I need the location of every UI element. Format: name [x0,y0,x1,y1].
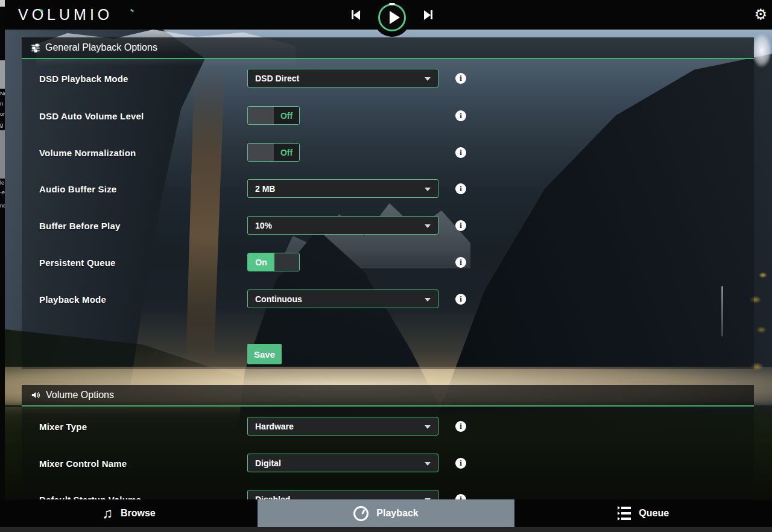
play-icon [390,11,400,24]
sliver-gray-block [0,60,5,89]
info-icon[interactable]: i [455,183,466,194]
play-button[interactable] [378,4,406,31]
persistent-queue-toggle[interactable]: On [247,253,300,271]
save-button[interactable]: Save [247,344,282,364]
info-icon[interactable]: i [455,73,466,84]
bottom-tab-bar: ♫ Browse Playback Queue [0,499,772,527]
toggle-knob [274,253,299,271]
setting-label: Mixer Control Name [39,458,127,469]
sliver-light-block [0,0,5,7]
volumio-logo[interactable]: VOLUMIO [18,0,113,30]
setting-row-audio-buffer-size: Audio Buffer Size 2 MB i [22,179,754,198]
background-cloud [751,33,772,68]
setting-row-dsd-auto-volume: DSD Auto Volume Level Off i [22,106,754,125]
info-icon[interactable]: i [455,147,466,158]
toggle-knob [248,144,274,161]
tab-label: Playback [376,508,418,519]
section-header-volume: Volume Options [22,385,754,407]
setting-label: Buffer Before Play [39,221,120,231]
logo-green-tick [130,9,134,13]
setting-row-buffer-before-play: Buffer Before Play 10% i [22,216,754,235]
setting-label: Audio Buffer Size [39,184,116,194]
setting-label: DSD Playback Mode [39,74,128,84]
toggle-state-label: Off [274,107,299,124]
buffer-before-play-select[interactable]: 10% [247,216,438,235]
general-playback-options-section: General Playback Options DSD Playback Mo… [22,37,754,369]
setting-label: Mixer Type [39,422,87,432]
section-title: General Playback Options [45,42,157,53]
skip-next-bar [431,10,432,19]
volume-normalization-toggle[interactable]: Off [247,143,300,162]
background-window-sliver: Ne n or g le -e ne [0,0,5,532]
select-value: 2 MB [255,184,275,194]
sliders-icon [31,43,40,52]
skip-previous-icon [353,10,360,20]
sliver-text-fragment: g [0,122,5,128]
setting-label: DSD Auto Volume Level [39,111,144,121]
queue-list-icon [618,506,631,521]
skip-previous-button[interactable] [352,10,360,20]
volumio-app: Ne n or g le -e ne VOLUMIO ⚙ [0,0,772,532]
tab-label: Queue [639,508,669,519]
skip-next-button[interactable] [424,10,432,20]
volume-options-section: Volume Options Mixer Type Hardware i Mix… [22,385,754,502]
player-controls [352,0,432,30]
info-icon[interactable]: i [455,110,466,121]
setting-row-mixer-type: Mixer Type Hardware i [22,417,754,436]
tab-label: Browse [121,508,156,519]
toggle-knob [248,107,274,124]
info-icon[interactable]: i [455,257,466,268]
sliver-text-fragment: le [0,180,5,186]
setting-label: Persistent Queue [39,258,116,268]
setting-label: Volume Normalization [39,148,136,158]
sliver-gray-block-2 [0,130,5,179]
setting-row-dsd-playback-mode: DSD Playback Mode DSD Direct i [22,69,754,88]
section-title: Volume Options [46,390,114,401]
bottom-edge-strip [0,527,772,532]
tab-browse[interactable]: ♫ Browse [0,499,258,527]
info-icon[interactable]: i [455,421,466,432]
sliver-text-fragment: Ne [0,90,5,97]
select-value: Digital [255,458,281,468]
skip-next-icon [424,10,431,20]
select-value: Continuous [255,294,302,304]
speaker-icon [31,390,41,400]
setting-label: Playback Mode [39,294,106,305]
mixer-type-select[interactable]: Hardware [247,417,438,435]
mixer-control-name-select[interactable]: Digital [247,454,438,472]
setting-row-playback-mode: Playback Mode Continuous i [22,290,754,309]
sliver-text-fragment: -e [0,189,5,195]
select-value: Hardware [255,422,294,431]
music-note-icon: ♫ [102,506,113,521]
play-progress-tick [389,3,395,5]
select-value: 10% [255,221,272,230]
info-icon[interactable]: i [455,294,466,305]
toggle-state-label: Off [274,144,299,161]
sliver-text-fragment: n [0,101,5,107]
select-value: DSD Direct [255,74,299,83]
setting-row-persistent-queue: Persistent Queue On i [22,253,754,272]
toggle-state-label: On [248,253,274,271]
clock-icon [353,506,369,521]
dsd-playback-mode-select[interactable]: DSD Direct [247,69,438,87]
setting-row-mixer-control-name: Mixer Control Name Digital i [22,454,754,473]
sliver-text-fragment: ne [0,203,5,209]
dsd-auto-volume-toggle[interactable]: Off [247,106,300,125]
gear-icon[interactable]: ⚙ [754,6,767,23]
info-icon[interactable]: i [455,458,466,469]
audio-buffer-size-select[interactable]: 2 MB [247,179,438,198]
section-header-general: General Playback Options [22,37,754,59]
tab-queue[interactable]: Queue [514,499,772,527]
setting-row-volume-normalization: Volume Normalization Off i [22,143,754,162]
tab-playback[interactable]: Playback [258,499,515,527]
top-bar: VOLUMIO ⚙ [0,0,772,30]
info-icon[interactable]: i [455,220,466,231]
playback-mode-select[interactable]: Continuous [247,290,438,308]
sliver-text-fragment: or [0,111,5,117]
